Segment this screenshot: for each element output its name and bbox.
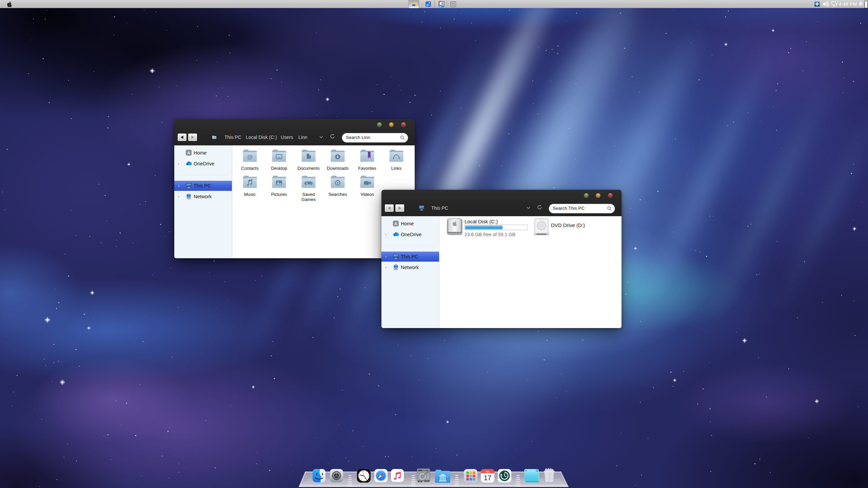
svg-text:@: @	[247, 154, 253, 160]
svg-text:JUL: JUL	[485, 470, 490, 473]
svg-text:17: 17	[484, 474, 491, 482]
